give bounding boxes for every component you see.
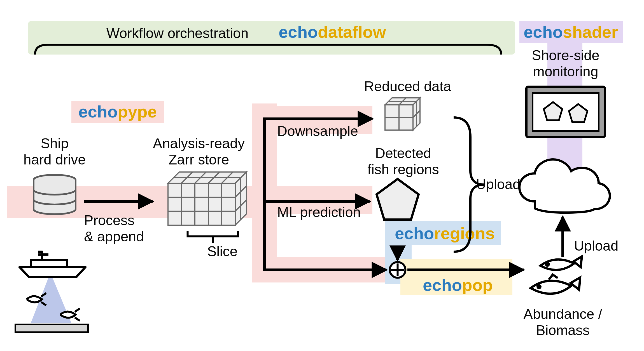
bracket-orchestration [35, 45, 501, 55]
fish-icon [531, 256, 582, 294]
svg-rect-2 [168, 183, 235, 225]
reduced-data-icon [385, 98, 420, 130]
svg-rect-1 [15, 324, 88, 332]
ship-sonar-icon [15, 252, 88, 332]
svg-marker-24 [377, 179, 419, 220]
svg-rect-29 [533, 93, 599, 131]
cloud-icon [519, 159, 610, 213]
diagram-svg [0, 0, 644, 351]
zarr-cubes-icon [168, 172, 246, 225]
hard-drive-icon [34, 175, 76, 214]
arrow-to-combine [265, 201, 386, 270]
arrow-downsample [265, 119, 372, 201]
svg-point-33 [538, 285, 540, 288]
pentagon-icon [377, 179, 419, 220]
monitor-icon [526, 87, 605, 137]
brace-upload [454, 117, 484, 252]
combine-node-icon [390, 262, 405, 278]
svg-point-32 [546, 263, 549, 266]
slice-bracket [188, 231, 238, 243]
